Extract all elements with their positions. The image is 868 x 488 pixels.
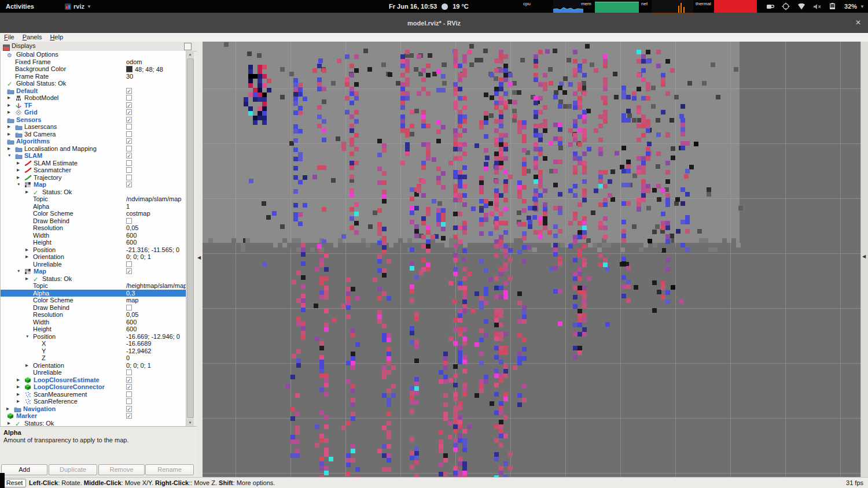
checkbox[interactable] bbox=[126, 218, 132, 224]
expand-arrow-icon[interactable]: ▼ bbox=[25, 333, 29, 341]
displays-tree[interactable]: ⚙Global OptionsFixed FrameodomBackground… bbox=[0, 51, 186, 426]
tree-row[interactable]: Algorithms✓ bbox=[1, 138, 186, 145]
panel-splitter-right[interactable]: ◀ bbox=[860, 42, 868, 477]
menu-item-help[interactable]: Help bbox=[46, 33, 67, 42]
collapse-left-icon[interactable]: ◀ bbox=[197, 255, 201, 260]
tree-row[interactable]: ▶LoopClosureEstimate✓ bbox=[1, 376, 186, 384]
activities-button[interactable]: Activities bbox=[6, 0, 34, 13]
tree-row[interactable]: ▼Map✓ bbox=[1, 181, 186, 188]
chevron-down-icon[interactable]: ▼ bbox=[860, 4, 865, 9]
tree-row[interactable]: ▼Map✓ bbox=[1, 268, 186, 275]
checkbox[interactable] bbox=[126, 398, 132, 404]
scroll-up-icon[interactable]: ▲ bbox=[186, 51, 194, 58]
tree-row[interactable]: ▶Laserscans bbox=[1, 123, 186, 131]
tree-row[interactable]: ▶Orientation0; 0; 0; 1 bbox=[1, 362, 186, 369]
expand-arrow-icon[interactable]: ▶ bbox=[25, 362, 28, 369]
expand-arrow-icon[interactable]: ▶ bbox=[8, 420, 10, 427]
expand-arrow-icon[interactable]: ▶ bbox=[8, 94, 10, 102]
tree-row[interactable]: Unreliable bbox=[1, 261, 186, 268]
tree-row[interactable]: ▶✓Status: Ok bbox=[1, 275, 186, 283]
tree-row[interactable]: ▶Trajectory bbox=[1, 174, 186, 182]
checkbox[interactable] bbox=[126, 167, 132, 173]
tree-row[interactable]: ▶Orientation0; 0; 0; 1 bbox=[1, 253, 186, 261]
app-menu[interactable]: rviz ▼ bbox=[65, 0, 91, 13]
checkbox[interactable] bbox=[126, 95, 132, 101]
checkbox[interactable] bbox=[126, 131, 132, 137]
tree-row[interactable]: Sensors✓ bbox=[1, 116, 186, 124]
tree-row[interactable]: Topic/ndvimap/slam/map bbox=[1, 195, 186, 203]
tree-row[interactable]: Resolution0,05 bbox=[1, 311, 186, 319]
scroll-down-icon[interactable]: ▼ bbox=[186, 419, 194, 426]
tree-row[interactable]: Default✓ bbox=[1, 87, 186, 95]
expand-arrow-icon[interactable]: ▶ bbox=[25, 253, 28, 261]
expand-arrow-icon[interactable]: ▶ bbox=[8, 131, 10, 138]
thermal-graph[interactable] bbox=[714, 0, 757, 13]
tree-row[interactable]: ▶3d Camera bbox=[1, 131, 186, 138]
expand-arrow-icon[interactable]: ▶ bbox=[25, 275, 28, 283]
battery-percent[interactable]: 32% bbox=[844, 3, 857, 10]
tree-row[interactable]: Topic/heightmap/slam/map bbox=[1, 282, 186, 290]
checkbox[interactable]: ✓ bbox=[126, 268, 132, 274]
expand-arrow-icon[interactable]: ▶ bbox=[25, 246, 28, 254]
scrollbar-thumb[interactable] bbox=[187, 58, 194, 418]
tree-row[interactable]: Resolution0,05 bbox=[1, 224, 186, 232]
checkbox[interactable] bbox=[126, 146, 132, 151]
tree-row[interactable]: ▶Position-21.316; -11.565; 0 bbox=[1, 246, 186, 254]
wifi-icon[interactable] bbox=[797, 3, 806, 10]
tree-row[interactable]: Frame Rate30 bbox=[1, 73, 186, 80]
tree-row[interactable]: Draw Behind bbox=[1, 304, 186, 312]
expand-arrow-icon[interactable]: ▶ bbox=[17, 376, 20, 384]
checkbox[interactable] bbox=[126, 124, 132, 130]
mem-graph[interactable] bbox=[595, 0, 639, 13]
expand-arrow-icon[interactable]: ▶ bbox=[8, 145, 10, 153]
tree-row[interactable]: ▶Navigation✓ bbox=[1, 405, 186, 413]
checkbox[interactable]: ✓ bbox=[126, 182, 132, 187]
expand-arrow-icon[interactable]: ▼ bbox=[8, 152, 11, 160]
checkbox[interactable] bbox=[126, 391, 132, 397]
tree-row[interactable]: ▶Scanmatcher bbox=[1, 167, 186, 174]
checkbox[interactable]: ✓ bbox=[126, 88, 132, 94]
expand-arrow-icon[interactable]: ▶ bbox=[17, 383, 20, 391]
expand-arrow-icon[interactable]: ▼ bbox=[17, 268, 20, 275]
menu-item-file[interactable]: File bbox=[0, 33, 19, 42]
tree-row[interactable]: Fixed Frameodom bbox=[1, 58, 186, 66]
checkbox[interactable]: ✓ bbox=[126, 153, 132, 158]
tree-row[interactable]: ▶✓Status: Ok bbox=[1, 188, 186, 196]
tree-row[interactable]: Color Schemecostmap bbox=[1, 210, 186, 217]
tree-row[interactable]: Height600 bbox=[1, 239, 186, 246]
checkbox[interactable]: ✓ bbox=[126, 384, 132, 390]
expand-arrow-icon[interactable]: ▶ bbox=[17, 174, 20, 182]
tree-row[interactable]: Color Schememap bbox=[1, 297, 186, 304]
tree-row[interactable]: ▶Grid✓ bbox=[1, 109, 186, 116]
battery-icon[interactable] bbox=[829, 3, 837, 10]
expand-arrow-icon[interactable]: ▶ bbox=[17, 167, 20, 174]
menu-item-panels[interactable]: Panels bbox=[19, 33, 46, 42]
expand-arrow-icon[interactable]: ▶ bbox=[8, 109, 10, 116]
expand-arrow-icon[interactable]: ▶ bbox=[17, 398, 20, 405]
checkbox[interactable] bbox=[126, 369, 132, 375]
tree-row[interactable]: ✓Global Status: Ok bbox=[1, 80, 186, 87]
expand-arrow-icon[interactable]: ▶ bbox=[25, 188, 28, 196]
checkbox[interactable]: ✓ bbox=[126, 138, 132, 144]
expand-arrow-icon[interactable]: ▶ bbox=[17, 160, 20, 167]
tree-row[interactable]: Height600 bbox=[1, 326, 186, 333]
net-graph[interactable] bbox=[652, 0, 693, 13]
tree-row[interactable]: Unreliable bbox=[1, 369, 186, 376]
close-icon[interactable]: ✕ bbox=[855, 19, 861, 27]
3d-viewport[interactable] bbox=[203, 42, 860, 477]
tree-scrollbar[interactable]: ▲ ▼ bbox=[186, 51, 194, 426]
tree-row[interactable]: Width600 bbox=[1, 319, 186, 326]
checkbox[interactable] bbox=[126, 305, 132, 310]
tree-row[interactable]: Width600 bbox=[1, 232, 186, 239]
reset-button[interactable]: Reset bbox=[3, 479, 26, 487]
clock[interactable]: Fr Jun 16, 10:53 bbox=[389, 3, 437, 10]
tree-row[interactable]: ▶LoopClosureConnector✓ bbox=[1, 383, 186, 391]
tree-row[interactable]: X-16.6689 bbox=[1, 340, 186, 347]
tree-row[interactable]: ▼SLAM✓ bbox=[1, 152, 186, 160]
expand-arrow-icon[interactable]: ▶ bbox=[8, 123, 10, 131]
tree-row[interactable]: ▶TF✓ bbox=[1, 102, 186, 109]
tree-row[interactable]: Y-12,9462 bbox=[1, 347, 186, 355]
collapse-right-icon[interactable]: ◀ bbox=[862, 254, 866, 259]
expand-arrow-icon[interactable]: ▼ bbox=[17, 181, 20, 188]
volume-muted-icon[interactable] bbox=[813, 3, 822, 10]
